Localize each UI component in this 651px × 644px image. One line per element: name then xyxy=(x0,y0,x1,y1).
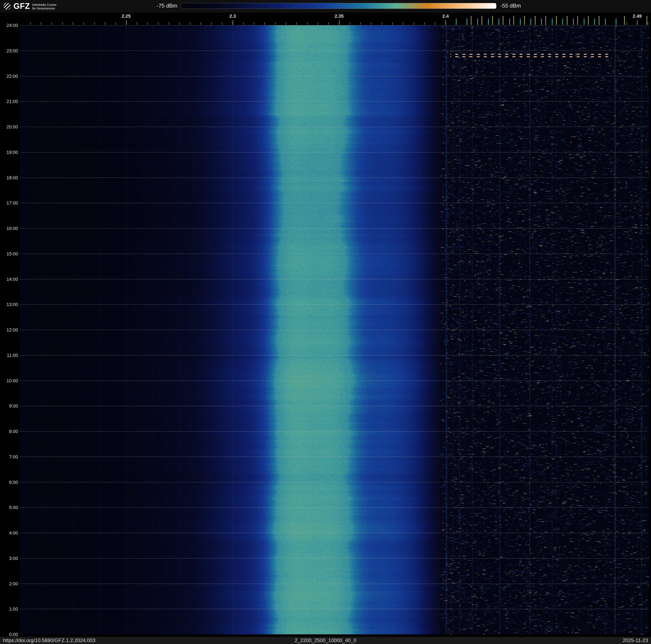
freq-tick-label: 2.4 xyxy=(442,13,449,19)
time-tick-label: 3:00 xyxy=(0,556,18,561)
time-tick-label: 23:00 xyxy=(0,48,18,54)
colorbar-max-label: -55 dBm xyxy=(500,2,521,9)
footer-doi: https://doi.org/10.5880/GFZ.1.2.2024.003 xyxy=(3,638,294,643)
time-tick-label: 15:00 xyxy=(0,251,18,257)
logo-subtitle-line2: for Geosciences xyxy=(32,6,57,10)
colorbar-gradient xyxy=(181,3,496,9)
time-tick-label: 20:00 xyxy=(0,124,18,130)
footer-dataset-id: 2_2200_2500_10000_40_0 xyxy=(294,638,356,643)
footer: https://doi.org/10.5880/GFZ.1.2.2024.003… xyxy=(0,637,651,644)
time-tick-label: 1:00 xyxy=(0,606,18,612)
time-tick-label: 10:00 xyxy=(0,378,18,384)
freq-tick-label: 2.35 xyxy=(335,13,344,19)
time-tick-label: 18:00 xyxy=(0,175,18,180)
freq-tick-label: 2.49 xyxy=(633,13,642,19)
time-tick-label: 5:00 xyxy=(0,505,18,510)
logo-subtitle-line1: Helmholtz Centre xyxy=(32,3,57,6)
time-tick-label: 6:00 xyxy=(0,480,18,485)
gfz-logo: GFZ Helmholtz Centre for Geosciences xyxy=(3,2,57,11)
time-tick-label: 11:00 xyxy=(0,353,18,358)
time-tick-label: 16:00 xyxy=(0,226,18,231)
frequency-axis: 2.252.32.352.42.49 xyxy=(0,12,651,25)
spectrogram-canvas xyxy=(20,25,649,634)
time-tick-label: 0:00 xyxy=(0,632,18,637)
logo-subtitle: Helmholtz Centre for Geosciences xyxy=(32,3,57,10)
freq-tick-label: 2.3 xyxy=(229,13,236,19)
gfz-globe-icon xyxy=(3,2,11,10)
time-tick-label: 19:00 xyxy=(0,150,18,155)
header: GFZ Helmholtz Centre for Geosciences -75… xyxy=(0,0,651,12)
frequency-axis-ticks xyxy=(0,12,651,25)
time-tick-label: 12:00 xyxy=(0,327,18,333)
time-tick-label: 4:00 xyxy=(0,530,18,536)
footer-date: 2025-11-23 xyxy=(356,638,648,643)
time-tick-label: 22:00 xyxy=(0,74,18,79)
colorbar-min-label: -75 dBm xyxy=(157,2,177,9)
time-tick-label: 7:00 xyxy=(0,454,18,460)
time-tick-label: 24:00 xyxy=(0,23,18,28)
time-tick-label: 9:00 xyxy=(0,403,18,409)
time-tick-label: 8:00 xyxy=(0,429,18,434)
time-tick-label: 2:00 xyxy=(0,581,18,587)
logo-acronym: GFZ xyxy=(13,2,30,11)
time-tick-label: 13:00 xyxy=(0,302,18,307)
colorbar: -75 dBm -55 dBm xyxy=(157,2,521,9)
time-tick-label: 21:00 xyxy=(0,99,18,104)
time-tick-label: 14:00 xyxy=(0,276,18,282)
time-tick-label: 17:00 xyxy=(0,200,18,206)
freq-tick-label: 2.25 xyxy=(122,13,131,19)
